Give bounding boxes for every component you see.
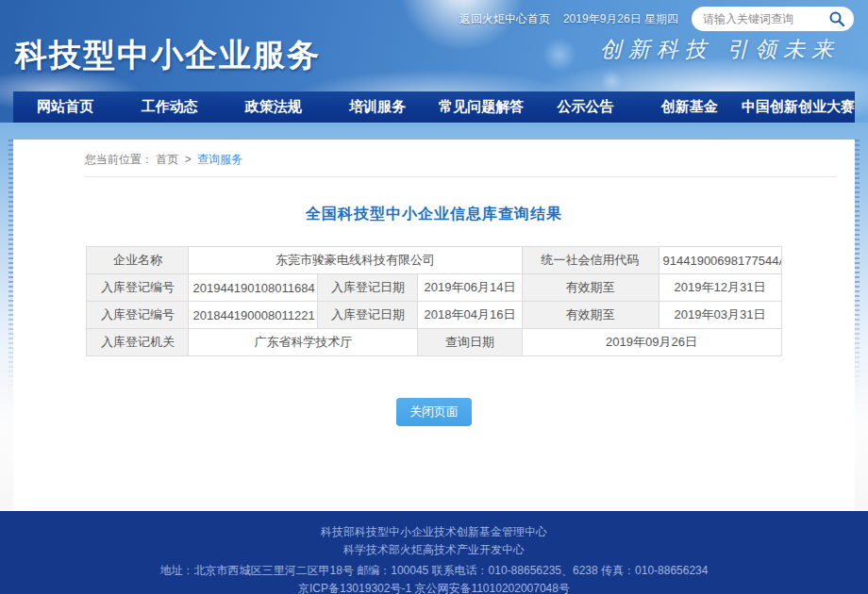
search-button[interactable]	[827, 9, 846, 28]
topbar: 返回火炬中心首页 2019年9月26日 星期四	[0, 0, 868, 38]
footer-icp: 京ICP备13019302号-1 京公网安备11010202007048号	[0, 580, 868, 594]
nav-item-faq[interactable]: 常见问题解答	[429, 91, 533, 123]
hero-banner: 返回火炬中心首页 2019年9月26日 星期四 科技型中小企业服务 创新科技 引…	[0, 0, 868, 123]
breadcrumb-prefix: 您当前位置：	[85, 153, 153, 166]
close-page-button[interactable]: 关闭页面	[396, 398, 472, 426]
table-row: 入库登记编号 201944190108011684 入库登记日期 2019年06…	[87, 274, 781, 302]
nav-item-innovation-fund[interactable]: 创新基金	[638, 91, 742, 123]
label-query-date: 查询日期	[418, 329, 522, 356]
main-nav: 网站首页 工作动态 政策法规 培训服务 常见问题解答 公示公告 创新基金 中国创…	[13, 91, 855, 123]
label-company-name: 企业名称	[87, 247, 189, 274]
search-box	[692, 7, 854, 31]
value-valid-until: 2019年12月31日	[659, 274, 781, 302]
current-date: 2019年9月26日 星期四	[563, 11, 678, 27]
breadcrumb-current-link[interactable]: 查询服务	[197, 153, 242, 166]
label-registration-date: 入库登记日期	[318, 302, 418, 329]
label-registration-number: 入库登记编号	[87, 302, 189, 329]
value-credit-code: 91441900698177544A	[659, 247, 781, 274]
footer-org-line2: 科学技术部火炬高技术产业开发中心	[0, 541, 868, 559]
nav-item-announcements[interactable]: 公示公告	[533, 91, 637, 123]
site-slogan: 创新科技 引领未来	[600, 35, 840, 77]
value-query-date: 2019年09月26日	[522, 329, 781, 356]
value-registration-date: 2019年06月14日	[418, 274, 522, 302]
breadcrumb-home-link[interactable]: 首页	[156, 153, 178, 166]
breadcrumb-separator: >	[185, 153, 192, 166]
button-row: 关闭页面	[13, 398, 855, 426]
nav-item-policies[interactable]: 政策法规	[222, 91, 326, 123]
footer-address: 地址：北京市西城区三里河二区甲18号 邮编：100045 联系电话：010-88…	[0, 562, 868, 580]
nav-item-competition[interactable]: 中国创新创业大赛	[742, 91, 855, 123]
value-registration-authority: 广东省科学技术厅	[189, 329, 418, 356]
site-title: 科技型中小企业服务	[15, 34, 321, 77]
label-valid-until: 有效期至	[522, 274, 659, 302]
table-row: 入库登记编号 201844190008011221 入库登记日期 2018年04…	[87, 302, 781, 329]
value-registration-date: 2018年04月16日	[418, 302, 522, 329]
table-row: 入库登记机关 广东省科学技术厅 查询日期 2019年09月26日	[87, 329, 781, 356]
brand-row: 科技型中小企业服务 创新科技 引领未来	[0, 34, 868, 77]
breadcrumb: 您当前位置： 首页 > 查询服务	[13, 140, 855, 168]
label-registration-date: 入库登记日期	[318, 274, 418, 302]
search-icon	[828, 10, 845, 27]
content-panel: 您当前位置： 首页 > 查询服务 全国科技型中小企业信息库查询结果 企业名称 东…	[13, 140, 855, 511]
nav-item-work-updates[interactable]: 工作动态	[117, 91, 221, 123]
page-footer: 科技部科技型中小企业技术创新基金管理中心 科学技术部火炬高技术产业开发中心 地址…	[0, 511, 868, 594]
label-credit-code: 统一社会信用代码	[522, 247, 659, 274]
search-input[interactable]	[703, 12, 822, 25]
value-valid-until: 2019年03月31日	[659, 302, 781, 329]
query-result-table: 企业名称 东莞市骏豪电线科技有限公司 统一社会信用代码 914419006981…	[86, 246, 781, 356]
breadcrumb-divider	[85, 176, 836, 177]
table-row: 企业名称 东莞市骏豪电线科技有限公司 统一社会信用代码 914419006981…	[87, 247, 781, 274]
nav-item-training[interactable]: 培训服务	[326, 91, 429, 123]
label-registration-number: 入库登记编号	[87, 274, 189, 302]
label-valid-until: 有效期至	[522, 302, 659, 329]
label-registration-authority: 入库登记机关	[87, 329, 189, 356]
page: 返回火炬中心首页 2019年9月26日 星期四 科技型中小企业服务 创新科技 引…	[0, 0, 868, 594]
nav-item-home[interactable]: 网站首页	[13, 91, 117, 123]
value-registration-number: 201944190108011684	[189, 274, 318, 302]
page-title: 全国科技型中小企业信息库查询结果	[13, 205, 855, 224]
value-company-name: 东莞市骏豪电线科技有限公司	[189, 247, 522, 274]
page-body: 您当前位置： 首页 > 查询服务 全国科技型中小企业信息库查询结果 企业名称 东…	[0, 123, 868, 511]
footer-org-line1: 科技部科技型中小企业技术创新基金管理中心	[0, 523, 868, 541]
value-registration-number: 201844190008011221	[189, 302, 318, 329]
torch-home-link[interactable]: 返回火炬中心首页	[459, 11, 550, 27]
